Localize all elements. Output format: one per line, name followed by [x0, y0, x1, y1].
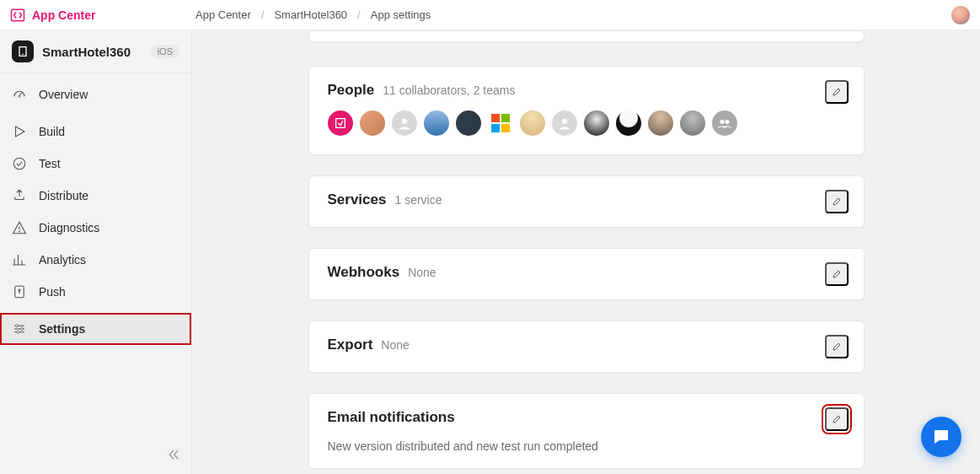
- sidebar-nav: Overview Build Test Distribute Diagnosti…: [0, 73, 191, 345]
- nav-test[interactable]: Test: [0, 148, 191, 180]
- warning-icon: [12, 220, 27, 235]
- content: People 11 collaborators, 2 teams: [308, 30, 865, 469]
- card-title: Email notifications: [328, 409, 455, 426]
- avatar[interactable]: [648, 110, 673, 136]
- distribute-icon: [12, 188, 27, 203]
- svg-point-3: [13, 158, 25, 170]
- pencil-icon: [832, 267, 842, 282]
- svg-point-8: [17, 331, 19, 333]
- topbar: App Center App Center / SmartHotel360 / …: [0, 0, 980, 30]
- nav-build[interactable]: Build: [0, 116, 191, 148]
- card-people: People 11 collaborators, 2 teams: [308, 66, 865, 155]
- nav-label: Analytics: [39, 253, 86, 267]
- user-avatar[interactable]: [951, 6, 970, 24]
- breadcrumb-item-2[interactable]: App settings: [371, 8, 431, 21]
- platform-badge: iOS: [151, 45, 179, 58]
- nav-label: Test: [39, 157, 61, 170]
- card-title: Export: [328, 337, 373, 353]
- pencil-icon: [832, 84, 842, 100]
- edit-webhooks-button[interactable]: [825, 262, 849, 286]
- pencil-icon: [832, 412, 842, 427]
- card-sub: None: [408, 266, 436, 279]
- nav-distribute[interactable]: Distribute: [0, 180, 191, 212]
- sidebar: SmartHotel360 iOS Overview Build Test Di…: [0, 30, 192, 474]
- avatar[interactable]: [392, 110, 417, 136]
- breadcrumb-sep: /: [357, 8, 361, 21]
- play-icon: [12, 124, 27, 139]
- card-truncated: [308, 30, 865, 42]
- edit-people-button[interactable]: [825, 80, 849, 104]
- edit-services-button[interactable]: [825, 190, 849, 213]
- nav-label: Push: [39, 285, 66, 299]
- main: People 11 collaborators, 2 teams: [192, 30, 980, 474]
- nav-label: Distribute: [39, 189, 88, 202]
- nav-settings[interactable]: Settings: [0, 313, 191, 345]
- card-title: Services: [328, 191, 387, 208]
- appcenter-logo-icon: [10, 8, 25, 23]
- chevron-double-left-icon: [166, 447, 181, 462]
- edit-export-button[interactable]: [825, 335, 849, 358]
- card-webhooks: Webhooks None: [308, 248, 865, 300]
- app-name: SmartHotel360: [42, 45, 131, 59]
- svg-point-4: [19, 231, 20, 233]
- avatar[interactable]: [328, 110, 353, 136]
- card-sub: 11 collaborators, 2 teams: [383, 83, 515, 97]
- nav-label: Diagnostics: [39, 221, 99, 234]
- nav-diagnostics[interactable]: Diagnostics: [0, 212, 191, 244]
- chat-icon: [931, 427, 951, 447]
- avatar[interactable]: [584, 110, 609, 136]
- nav-label: Build: [39, 125, 65, 138]
- nav-label: Overview: [39, 88, 88, 101]
- pencil-icon: [832, 339, 842, 354]
- avatar-row: [328, 110, 845, 136]
- svg-point-10: [562, 119, 567, 124]
- brand[interactable]: App Center: [10, 8, 162, 23]
- breadcrumb-item-0[interactable]: App Center: [195, 8, 251, 21]
- avatar[interactable]: [424, 110, 449, 136]
- nav-push[interactable]: Push: [0, 276, 191, 308]
- app-icon: [12, 40, 34, 62]
- card-desc: New version distributed and new test run…: [328, 439, 845, 453]
- breadcrumb-sep: /: [261, 8, 265, 21]
- brand-name: App Center: [32, 8, 95, 22]
- avatar-team[interactable]: [712, 110, 737, 136]
- svg-point-12: [725, 120, 729, 124]
- avatar[interactable]: [616, 110, 641, 136]
- card-sub: 1 service: [394, 193, 442, 207]
- sidebar-collapse[interactable]: [156, 439, 191, 474]
- nav-overview[interactable]: Overview: [0, 78, 191, 110]
- nav-label: Settings: [39, 322, 85, 336]
- check-circle-icon: [12, 156, 27, 171]
- avatar[interactable]: [680, 110, 705, 136]
- svg-point-1: [22, 54, 24, 56]
- edit-email-button[interactable]: [825, 407, 849, 431]
- svg-point-11: [720, 120, 724, 124]
- card-services: Services 1 service: [308, 175, 865, 228]
- breadcrumb: App Center / SmartHotel360 / App setting…: [195, 8, 431, 21]
- avatar-microsoft[interactable]: [488, 110, 513, 136]
- avatar[interactable]: [520, 110, 545, 136]
- gauge-icon: [12, 87, 27, 102]
- breadcrumb-item-1[interactable]: SmartHotel360: [274, 8, 347, 21]
- card-title: People: [328, 82, 375, 99]
- avatar[interactable]: [360, 110, 385, 136]
- push-icon: [12, 284, 27, 299]
- sliders-icon: [12, 321, 27, 337]
- card-export: Export None: [308, 320, 865, 373]
- card-sub: None: [381, 338, 409, 352]
- svg-point-7: [21, 328, 24, 331]
- chat-button[interactable]: [921, 417, 961, 457]
- chart-icon: [12, 252, 27, 267]
- pencil-icon: [832, 194, 842, 209]
- app-header[interactable]: SmartHotel360 iOS: [0, 30, 191, 73]
- svg-point-9: [402, 119, 407, 124]
- avatar[interactable]: [552, 110, 577, 136]
- nav-analytics[interactable]: Analytics: [0, 244, 191, 276]
- svg-point-6: [16, 325, 19, 327]
- avatar[interactable]: [456, 110, 481, 136]
- card-email-notifications: Email notifications New version distribu…: [308, 393, 865, 469]
- card-title: Webhooks: [328, 264, 400, 281]
